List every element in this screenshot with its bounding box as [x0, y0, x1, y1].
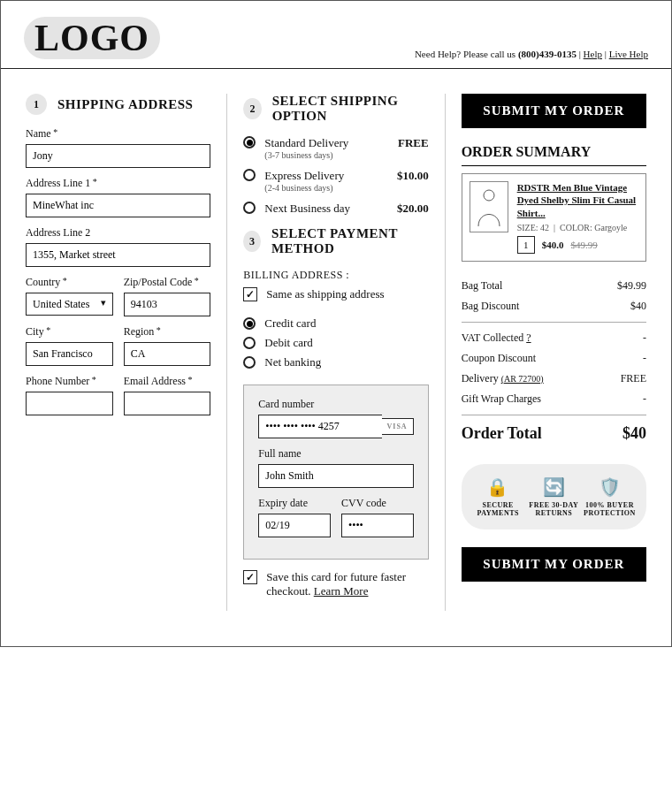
step-3-badge: 3	[243, 231, 261, 252]
same-as-shipping-checkbox[interactable]	[243, 287, 257, 301]
shipopt-title: SELECT SHIPPING OPTION	[272, 94, 429, 124]
delivery-label: Delivery	[462, 372, 501, 385]
coupon-value: -	[643, 352, 646, 365]
size-label: SIZE:	[517, 223, 538, 232]
vat-label: VAT Collected	[462, 331, 527, 344]
coupon-label: Coupon Discount	[462, 352, 536, 365]
order-summary-title: ORDER SUMMARY	[462, 144, 646, 166]
city-label: City	[26, 325, 113, 339]
ship-next-price: $20.00	[397, 202, 429, 216]
pay-debit-label: Debit card	[264, 336, 313, 350]
trust-badges: 🔒SECURE PAYMENTS 🔄FREE 30-DAY RETURNS 🛡️…	[462, 464, 646, 529]
card-details-box: Card number VISA Full name Expiry date	[243, 385, 428, 560]
color-value: Gargoyle	[594, 223, 627, 232]
save-card-checkbox[interactable]	[243, 570, 257, 584]
expiry-input[interactable]	[258, 514, 331, 537]
billing-address-head: BILLING ADDRESS :	[243, 269, 428, 282]
addr1-input[interactable]	[26, 194, 210, 217]
order-total-value: $40	[622, 424, 646, 443]
pay-debit-radio[interactable]	[243, 337, 256, 349]
logo[interactable]: LOGO	[24, 17, 160, 59]
expiry-label: Expiry date	[258, 497, 331, 510]
cvv-input[interactable]	[341, 514, 414, 537]
learn-more-link[interactable]: Learn More	[314, 584, 369, 598]
email-label: Email Address	[124, 375, 211, 388]
pay-credit-radio[interactable]	[243, 317, 256, 330]
submit-order-button-bottom[interactable]: SUBMIT MY ORDER	[462, 547, 646, 582]
zip-label: Zip/Postal Code	[124, 276, 211, 289]
bag-total-label: Bag Total	[462, 279, 503, 293]
ship-express-label: Express Delivery	[264, 169, 344, 183]
country-label: Country	[26, 276, 113, 289]
color-label: COLOR:	[560, 223, 592, 232]
addr2-input[interactable]	[26, 243, 210, 267]
full-name-input[interactable]	[258, 464, 413, 488]
region-input[interactable]	[124, 342, 211, 366]
phone-input[interactable]	[26, 392, 113, 415]
delivery-code[interactable]: (AR 72700)	[501, 374, 544, 384]
svg-point-0	[484, 190, 494, 201]
country-select[interactable]: United States	[26, 293, 113, 316]
delivery-value: FREE	[621, 372, 646, 385]
lock-icon: 🔒	[470, 476, 526, 498]
person-icon	[473, 186, 505, 228]
discount-label: Bag Discount	[462, 300, 520, 313]
same-as-shipping-label: Same as shipping address	[266, 287, 384, 301]
item-price-orig: $49.99	[570, 240, 597, 250]
live-help-link[interactable]: Live Help	[609, 49, 648, 59]
region-label: Region	[124, 325, 211, 339]
save-card-text: Save this card for future faster checkou…	[266, 570, 428, 598]
item-qty[interactable]: 1	[517, 236, 535, 254]
returns-badge: FREE 30-DAY RETURNS	[529, 501, 578, 517]
ship-standard-sub: (3-7 business days)	[264, 150, 348, 160]
help-bar: Need Help? Please call us (800)439-0135 …	[415, 49, 648, 59]
discount-value: $40	[630, 300, 646, 313]
pay-credit-label: Credit card	[264, 316, 316, 331]
shield-icon: 🛡️	[582, 476, 638, 498]
bag-total-value: $49.99	[617, 279, 646, 293]
help-prefix: Need Help? Please call us	[415, 49, 518, 59]
cvv-label: CVV code	[341, 497, 414, 510]
order-item: RDSTR Men Blue Vintage Dyed Shelby Slim …	[462, 173, 646, 262]
item-thumbnail	[470, 181, 508, 232]
pay-netbank-label: Net banking	[264, 355, 321, 369]
ship-next-label: Next Business day	[264, 202, 350, 216]
vat-value: -	[643, 331, 646, 345]
card-number-input[interactable]	[258, 415, 381, 438]
ship-express-price: $10.00	[397, 169, 429, 183]
phone-label: Phone Number	[26, 375, 113, 388]
ship-next-radio[interactable]	[243, 202, 256, 214]
ship-express-radio[interactable]	[243, 169, 256, 181]
zip-input[interactable]	[124, 293, 211, 316]
step-1-badge: 1	[26, 94, 47, 115]
size-value: 42	[540, 223, 549, 232]
col-shipping-payment: 2 SELECT SHIPPING OPTION Standard Delive…	[226, 94, 433, 611]
ship-standard-price: FREE	[398, 136, 429, 150]
addr1-label: Address Line 1	[26, 177, 210, 190]
ship-standard-label: Standard Delivery	[264, 136, 348, 150]
col-shipping: 1 SHIPPING ADDRESS Name Address Line 1 A…	[20, 94, 216, 611]
ship-standard-radio[interactable]	[243, 136, 256, 148]
gift-value: -	[643, 392, 646, 406]
submit-order-button-top[interactable]: SUBMIT MY ORDER	[462, 94, 646, 128]
ship-express-sub: (2-4 business days)	[264, 183, 344, 193]
item-title[interactable]: RDSTR Men Blue Vintage Dyed Shelby Slim …	[517, 181, 638, 219]
step-2-badge: 2	[243, 98, 261, 119]
secure-badge: SECURE PAYMENTS	[477, 501, 519, 517]
email-input[interactable]	[124, 392, 211, 415]
col-summary: SUBMIT MY ORDER ORDER SUMMARY RDSTR Men …	[445, 94, 652, 611]
city-input[interactable]	[26, 342, 113, 366]
help-phone: (800)439-0135	[518, 49, 577, 59]
card-number-label: Card number	[258, 398, 413, 411]
gift-label: Gift Wrap Charges	[462, 392, 541, 406]
addr2-label: Address Line 2	[26, 226, 210, 240]
name-input[interactable]	[26, 144, 210, 168]
buyer-badge: 100% BUYER PROTECTION	[584, 501, 636, 517]
item-price: $40.0	[542, 240, 564, 250]
pay-netbank-radio[interactable]	[243, 356, 256, 369]
full-name-label: Full name	[258, 447, 413, 461]
vat-help-icon[interactable]: ?	[526, 331, 531, 344]
shipping-title: SHIPPING ADDRESS	[57, 97, 193, 112]
name-label: Name	[26, 127, 210, 141]
help-link[interactable]: Help	[584, 49, 602, 59]
